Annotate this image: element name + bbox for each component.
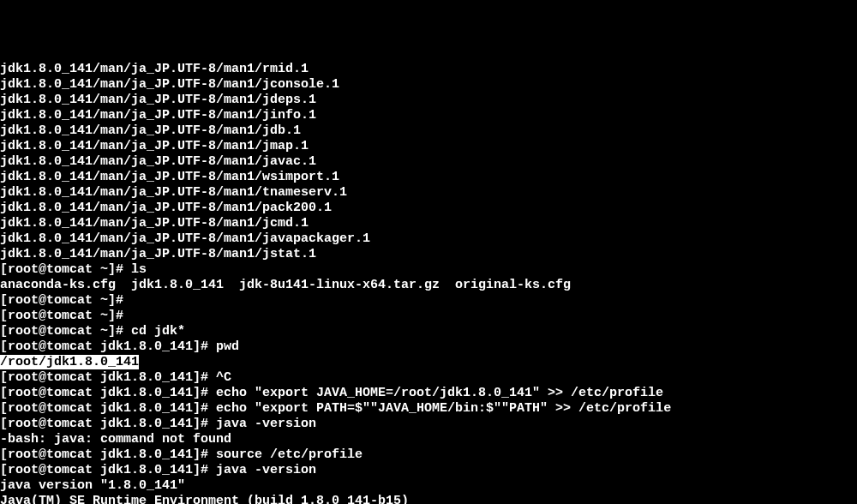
terminal-line: jdk1.8.0_141/man/ja_JP.UTF-8/man1/jmap.1 [0, 139, 857, 154]
terminal-line: -bash: java: command not found [0, 432, 857, 447]
terminal-line: [root@tomcat jdk1.8.0_141]# source /etc/… [0, 447, 857, 463]
terminal-line: [root@tomcat ~]# [0, 309, 857, 324]
terminal-line: jdk1.8.0_141/man/ja_JP.UTF-8/man1/jstat.… [0, 247, 857, 262]
terminal-output[interactable]: jdk1.8.0_141/man/ja_JP.UTF-8/man1/rmid.1… [0, 62, 857, 504]
terminal-line: [root@tomcat jdk1.8.0_141]# java -versio… [0, 417, 857, 432]
terminal-line: jdk1.8.0_141/man/ja_JP.UTF-8/man1/jdeps.… [0, 93, 857, 108]
terminal-line: jdk1.8.0_141/man/ja_JP.UTF-8/man1/jconso… [0, 77, 857, 93]
terminal-line: jdk1.8.0_141/man/ja_JP.UTF-8/man1/jinfo.… [0, 108, 857, 123]
terminal-line: Java(TM) SE Runtime Environment (build 1… [0, 494, 857, 504]
terminal-line: anaconda-ks.cfg jdk1.8.0_141 jdk-8u141-l… [0, 278, 857, 293]
terminal-line: jdk1.8.0_141/man/ja_JP.UTF-8/man1/rmid.1 [0, 62, 857, 77]
terminal-line: [root@tomcat ~]# [0, 293, 857, 309]
terminal-line: jdk1.8.0_141/man/ja_JP.UTF-8/man1/pack20… [0, 201, 857, 216]
terminal-line: [root@tomcat jdk1.8.0_141]# echo "export… [0, 386, 857, 401]
terminal-line: java version "1.8.0_141" [0, 478, 857, 494]
terminal-line: jdk1.8.0_141/man/ja_JP.UTF-8/man1/jdb.1 [0, 123, 857, 139]
terminal-line: /root/jdk1.8.0_141 [0, 355, 857, 370]
terminal-line: jdk1.8.0_141/man/ja_JP.UTF-8/man1/tnames… [0, 185, 857, 201]
terminal-line: [root@tomcat ~]# cd jdk* [0, 324, 857, 339]
terminal-line: [root@tomcat jdk1.8.0_141]# pwd [0, 339, 857, 355]
terminal-line: jdk1.8.0_141/man/ja_JP.UTF-8/man1/javapa… [0, 231, 857, 247]
terminal-line: [root@tomcat jdk1.8.0_141]# ^C [0, 370, 857, 386]
terminal-line: [root@tomcat jdk1.8.0_141]# java -versio… [0, 463, 857, 478]
terminal-line: [root@tomcat jdk1.8.0_141]# echo "export… [0, 401, 857, 417]
terminal-line: jdk1.8.0_141/man/ja_JP.UTF-8/man1/wsimpo… [0, 170, 857, 185]
terminal-line: jdk1.8.0_141/man/ja_JP.UTF-8/man1/javac.… [0, 154, 857, 170]
terminal-line: jdk1.8.0_141/man/ja_JP.UTF-8/man1/jcmd.1 [0, 216, 857, 231]
terminal-line: [root@tomcat ~]# ls [0, 262, 857, 278]
